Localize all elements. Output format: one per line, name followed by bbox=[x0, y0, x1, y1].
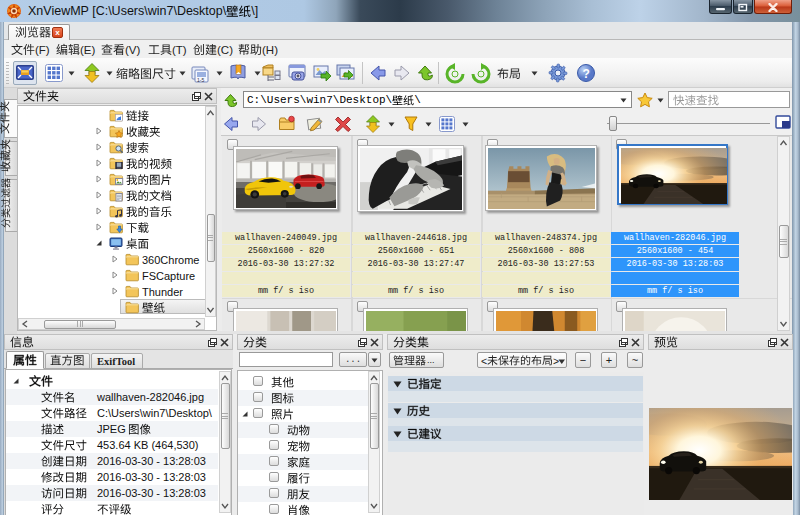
svg-text:?: ? bbox=[583, 67, 590, 81]
svg-text:1-5: 1-5 bbox=[197, 77, 204, 83]
